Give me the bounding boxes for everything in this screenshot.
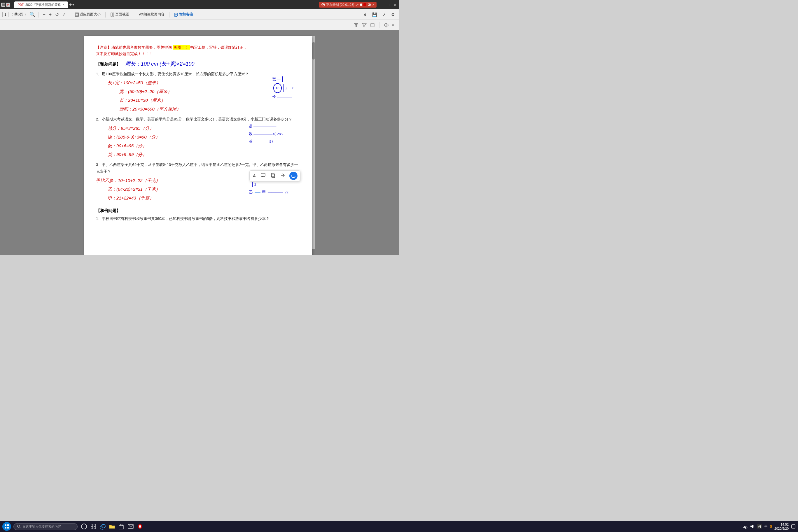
title-bar-left: P PDF 2020-4下解决问题的策略 × + ▾ [1,1,74,8]
ying-label: 英 [249,139,252,144]
note-line2: 来不及打印就抄题目完成！！！！ [96,51,300,57]
filter-icon[interactable] [354,22,359,28]
camera-icon[interactable] [367,3,371,6]
fit-page-label: 适应页面大小 [80,12,101,17]
fullscreen-button[interactable]: ⤢ [61,12,67,17]
problem1-solution: 宽 — 10 } 50 长 ———— 长+宽：100÷2=5 [96,78,300,113]
page-counter: 1 （ 共6页 ） [2,12,28,17]
document-container[interactable]: 【注意】动笔前先思考做数学题要：圈关键词 画图！！ 书写工整，写答，错误红笔订正… [0,30,399,255]
title-bar: P PDF 2020-4下解决问题的策略 × + ▾ 正在录制 [00:01:2… [0,0,399,10]
move-icon[interactable] [383,22,389,28]
svg-rect-2 [2,5,5,6]
eraser-icon[interactable] [370,22,375,28]
note-text1: 【注意】动笔前先思考做数学题要：圈关键词 [96,45,172,50]
scrollbar-thumb[interactable] [312,42,315,59]
tab-title: 2020-4下解决问题的策略 [25,3,61,7]
scrollbar-track[interactable] [312,36,315,249]
zoom-out-button[interactable]: − [41,12,46,17]
note-text3: 来不及打印就抄题目完成！！！！ [96,52,153,56]
separator2 [70,12,70,18]
save-button[interactable]: 💾 [370,12,379,18]
num285-label: 285 [277,132,283,136]
note-highlight-text: 画图！！ [173,45,189,50]
yi-label: 乙 [249,188,253,196]
tab-dropdown[interactable]: ▾ [72,3,74,7]
share-icon [280,173,286,178]
close-button[interactable]: × [392,2,398,7]
page-close-paren: ） [24,12,28,17]
maximize-button[interactable]: □ [385,2,391,7]
app-icon[interactable]: P [6,3,10,7]
loading-icon [291,173,296,178]
pdf-toolbar: 1 （ 共6页 ） 🔍 − + ↺ ⤢ 适应页面大小 页面视图 Aº 朗读此页内… [0,10,399,20]
svg-marker-16 [354,23,358,27]
zoom-in-button[interactable]: + [48,12,53,17]
note-line1: 【注意】动笔前先思考做数学题要：圈关键词 画图！！ 书写工整，写答，错误红笔订正… [96,45,300,50]
annotation-toolbar: A × [0,20,399,30]
problem2-solution: 语 —————— 数 —————|6}285 英 ————|9} 总分：95×3… [96,124,300,159]
page-view-icon [110,13,114,17]
recording-close[interactable]: × [372,3,374,7]
heading-row1: 【和差问题】 周长：100 cm (长+宽)×2=100 [96,59,300,69]
length-label: 长 [272,93,276,101]
fit-icon [75,13,79,17]
comment-icon [261,173,266,178]
jia-label2: 甲 [262,188,266,196]
popup-loading-button[interactable] [289,172,298,180]
active-tab[interactable]: PDF 2020-4下解决问题的策略 × [14,1,68,8]
popup-comment-button[interactable] [260,172,267,180]
close-annot-button[interactable]: × [392,22,394,28]
svg-text:A: A [364,25,365,27]
num22-label: 22 [285,188,288,196]
page-view-button[interactable]: 页面视图 [109,11,131,18]
width-label: 宽 [272,76,276,83]
fit-page-button[interactable]: 适应页面大小 [73,11,102,18]
window-menu-icon[interactable] [1,3,5,7]
problem4-text: 1、学校图书馆有科技书和故事书共360本，已知科技书是故事书的5倍，则科技书和故… [96,215,300,222]
svg-rect-0 [2,3,5,4]
heading2-row: 【和倍问题】 [96,208,300,213]
shu-label: 数 [249,132,252,136]
read-aloud-icon: Aº [139,12,142,17]
new-tab-button[interactable]: + [69,2,72,7]
add-note-button[interactable]: 增加备注 [172,11,195,18]
page-total: 共6页 [14,12,23,17]
num10-diagram: 10 [273,83,282,93]
note-section: 【注意】动笔前先思考做数学题要：圈关键词 画图！！ 书写工整，写答，错误红笔订正… [96,45,300,57]
popup-read-button[interactable]: A [252,173,256,179]
svg-point-8 [369,4,370,5]
tab-close-button[interactable]: × [63,3,64,6]
svg-rect-11 [111,13,112,16]
print-button[interactable]: 🖨 [361,12,369,18]
note-icon [174,13,178,17]
svg-rect-12 [113,13,114,16]
popup-share-button[interactable] [280,172,286,180]
note-highlight: 画图！！ [173,45,190,50]
separator3 [105,12,106,18]
sol1-1: 长+宽：100÷2=50（厘米） [108,78,300,87]
read-aloud-button[interactable]: Aº 朗读此页内容 [137,11,166,18]
title-bar-right: 正在录制 [00:01:28] × ─ □ × [319,2,398,7]
recording-text: 正在录制 [00:01:28] [326,3,354,7]
zoom-controls: − + ↺ ⤢ [41,12,67,17]
heading1-blue: 周长：100 cm (长+宽)×2=100 [125,60,194,68]
svg-point-4 [323,4,324,5]
highlight-icon[interactable]: A [362,22,367,28]
settings-button[interactable]: ⚙ [390,12,397,18]
page-view-label: 页面视图 [115,12,129,17]
search-icon[interactable]: 🔍 [30,12,35,17]
document-page: 【注意】动笔前先思考做数学题要：圈关键词 画图！！ 书写工整，写答，错误红笔订正… [84,36,312,255]
stop-button[interactable] [363,3,366,6]
svg-rect-10 [76,14,78,16]
num50-diagram: 50 [290,84,294,92]
minimize-button[interactable]: ─ [378,2,384,7]
share-button[interactable]: ↗ [381,12,387,18]
rotate-button[interactable]: ↺ [54,12,60,17]
popup-copy-button[interactable] [269,172,277,180]
note-text2: 书写工整，写答，错误红笔订正， [190,45,247,50]
heading2: 【和倍问题】 [96,208,120,213]
record-icon [321,3,325,6]
current-page: 1 [2,12,8,17]
tab-bar: PDF 2020-4下解决问题的策略 × + ▾ [14,1,74,8]
num2-label: 2 [254,181,256,188]
